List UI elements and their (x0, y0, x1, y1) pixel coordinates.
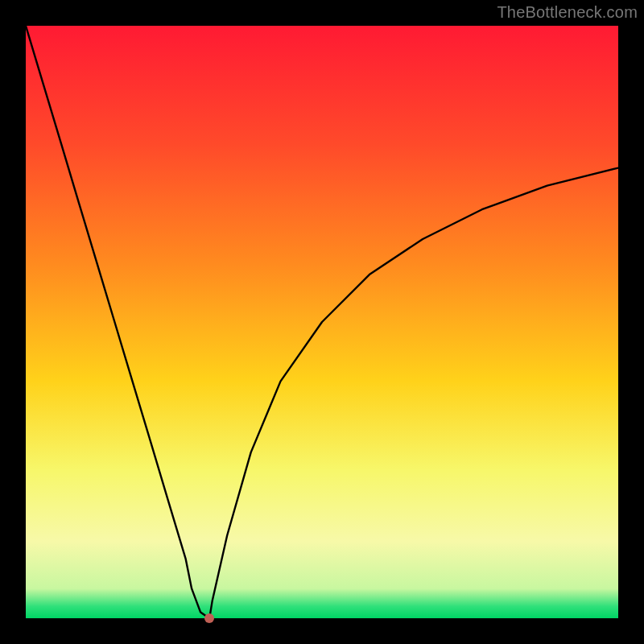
chart-frame: TheBottleneck.com (0, 0, 644, 644)
curve-path (26, 26, 618, 618)
plot-area (26, 26, 618, 618)
watermark-text: TheBottleneck.com (497, 3, 638, 22)
optimum-marker (204, 613, 214, 623)
bottleneck-curve (26, 26, 618, 618)
